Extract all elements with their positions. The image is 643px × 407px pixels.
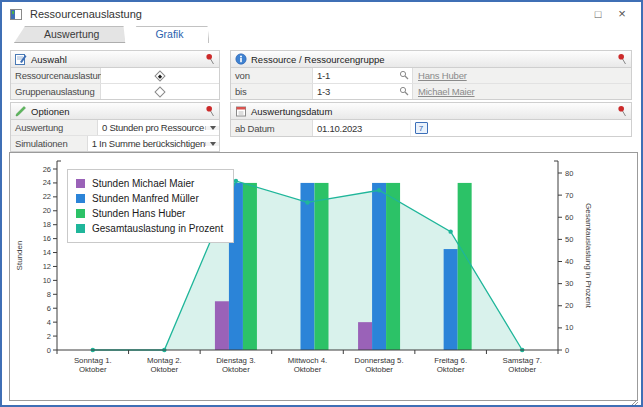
svg-text:Oktober: Oktober <box>222 365 250 374</box>
svg-text:Mittwoch 4.: Mittwoch 4. <box>288 356 327 365</box>
pin-icon[interactable] <box>617 105 627 117</box>
svg-text:10: 10 <box>43 276 51 285</box>
chevron-down-icon[interactable] <box>205 142 219 146</box>
svg-text:26: 26 <box>43 165 51 174</box>
svg-text:Oktober: Oktober <box>437 365 465 374</box>
svg-text:Montag 2.: Montag 2. <box>147 356 182 365</box>
maximize-button[interactable]: □ <box>589 6 607 22</box>
legend-item: Stunden Manfred Müller <box>76 191 223 206</box>
svg-text:0: 0 <box>565 346 569 355</box>
pin-icon[interactable] <box>205 53 215 65</box>
svg-text:80: 80 <box>565 169 573 178</box>
search-icon[interactable] <box>399 70 412 82</box>
label-auswertung: Auswertung <box>11 120 98 135</box>
legend-item: Stunden Hans Huber <box>76 206 223 221</box>
legend-swatch <box>76 194 85 203</box>
panel-ressource: Ressource / Ressourcengruppe von 1-1 Han… <box>230 50 632 100</box>
label-gruppenauslastung: Gruppenauslastung <box>11 84 101 99</box>
svg-text:22: 22 <box>43 192 51 201</box>
svg-text:70: 70 <box>565 191 573 200</box>
svg-text:40: 40 <box>565 257 573 266</box>
svg-text:10: 10 <box>565 323 573 332</box>
svg-text:8: 8 <box>47 290 51 299</box>
svg-text:30: 30 <box>565 279 573 288</box>
pin-icon[interactable] <box>617 53 627 65</box>
svg-text:12: 12 <box>43 262 51 271</box>
tab-strip: Auswertung Grafik <box>14 26 209 43</box>
svg-text:Donnerstag 5.: Donnerstag 5. <box>355 356 404 365</box>
panel-auswahl-title: Auswahl <box>31 54 67 65</box>
simulationen-dropdown[interactable]: 1 In Summe berücksichtigen <box>88 136 219 151</box>
panel-optionen: Optionen Auswertung 0 Stunden pro Ressou… <box>10 102 220 152</box>
legend-item: Gesamtauslastung in Prozent <box>76 221 223 236</box>
auswertung-dropdown[interactable]: 0 Stunden pro Ressource <box>98 120 219 135</box>
panel-ressource-title: Ressource / Ressourcengruppe <box>251 54 385 65</box>
svg-text:Samstag 7.: Samstag 7. <box>502 356 541 365</box>
pencil-icon <box>15 105 27 117</box>
svg-text:6: 6 <box>47 304 51 313</box>
svg-text:Oktober: Oktober <box>150 365 178 374</box>
resize-grip[interactable] <box>629 393 639 403</box>
panel-optionen-title: Optionen <box>31 106 70 117</box>
window: { "window": { "title": "Ressourcenauslas… <box>0 0 643 407</box>
radio-gruppenauslastung[interactable] <box>154 86 165 97</box>
calendar-icon <box>235 105 247 117</box>
panel-datum-title: Auswertungsdatum <box>251 106 332 117</box>
calendar-picker-button[interactable]: 7 <box>415 122 428 134</box>
app-icon <box>10 9 22 20</box>
svg-text:20: 20 <box>565 301 573 310</box>
svg-text:Sonntag 1.: Sonntag 1. <box>74 356 112 365</box>
radio-ressourcenauslastung[interactable] <box>154 70 165 81</box>
info-icon <box>235 53 247 65</box>
window-title: Ressourcenauslastung <box>30 8 142 20</box>
legend-swatch <box>76 224 85 233</box>
link-hans-huber[interactable]: Hans Huber <box>413 70 467 81</box>
legend-item: Stunden Michael Maier <box>76 176 223 191</box>
svg-text:0: 0 <box>47 346 51 355</box>
svg-text:16: 16 <box>43 234 51 243</box>
svg-text:Oktober: Oktober <box>79 365 107 374</box>
tab-grafik[interactable]: Grafik <box>125 26 209 43</box>
search-icon[interactable] <box>399 86 412 98</box>
svg-text:Dienstag 3.: Dienstag 3. <box>216 356 255 365</box>
svg-text:Freitag 6.: Freitag 6. <box>434 356 467 365</box>
svg-text:18: 18 <box>43 220 51 229</box>
label-bis: bis <box>231 84 313 99</box>
svg-text:Oktober: Oktober <box>365 365 393 374</box>
svg-text:Stunden: Stunden <box>15 241 24 271</box>
close-button[interactable]: × <box>613 6 631 22</box>
title-bar: Ressourcenauslastung □ × <box>2 2 641 26</box>
svg-text:2: 2 <box>47 332 51 341</box>
panel-datum: Auswertungsdatum ab Datum 01.10.2023 7 <box>230 102 632 137</box>
svg-text:Gesamtauslastung in Prozent: Gesamtauslastung in Prozent <box>584 203 593 309</box>
svg-text:20: 20 <box>43 206 51 215</box>
chevron-down-icon[interactable] <box>205 126 219 130</box>
svg-text:Oktober: Oktober <box>294 365 322 374</box>
label-von: von <box>231 68 313 83</box>
bis-field[interactable]: 1-3 <box>313 84 413 99</box>
legend-swatch <box>76 209 85 218</box>
link-michael-maier[interactable]: Michael Maier <box>413 86 475 97</box>
von-field[interactable]: 1-1 <box>313 68 413 83</box>
panel-auswahl: Auswahl Ressourcenauslastung Gruppenausl… <box>10 50 220 100</box>
chart-legend: Stunden Michael Maier Stunden Manfred Mü… <box>67 169 234 243</box>
pin-icon[interactable] <box>205 105 215 117</box>
label-ab-datum: ab Datum <box>231 120 313 136</box>
note-edit-icon <box>15 53 27 65</box>
tab-auswertung[interactable]: Auswertung <box>14 26 125 43</box>
svg-text:4: 4 <box>47 318 51 327</box>
label-simulationen: Simulationen <box>11 136 88 151</box>
svg-text:14: 14 <box>43 248 51 257</box>
svg-text:60: 60 <box>565 213 573 222</box>
label-ressourcenauslastung: Ressourcenauslastung <box>11 68 101 83</box>
svg-text:Oktober: Oktober <box>508 365 536 374</box>
svg-text:50: 50 <box>565 235 573 244</box>
legend-swatch <box>76 179 85 188</box>
date-field[interactable]: 01.10.2023 <box>313 120 411 136</box>
svg-text:24: 24 <box>43 178 51 187</box>
chart-panel: 0246810121416182022242601020304050607080… <box>9 152 638 401</box>
